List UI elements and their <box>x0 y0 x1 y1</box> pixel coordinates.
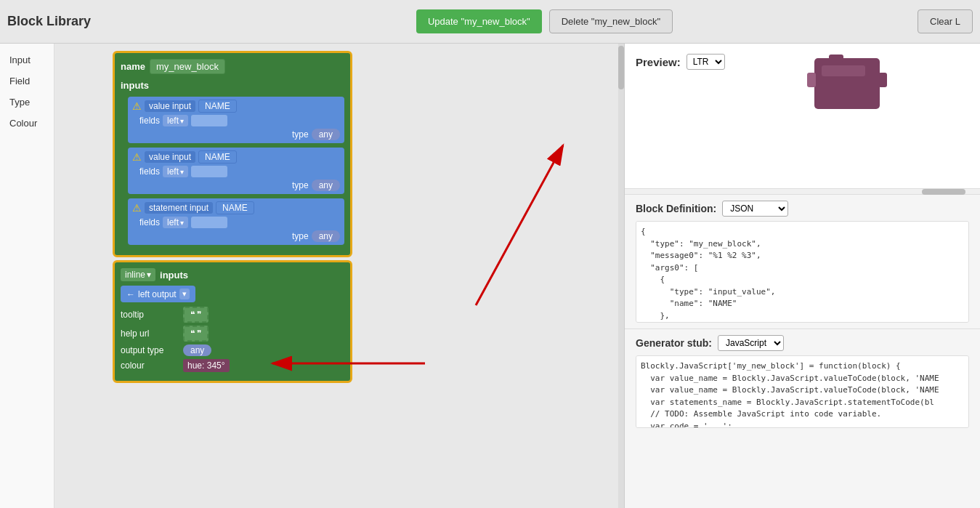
output-dropdown[interactable]: ▾ <box>179 289 190 299</box>
helpurl-value[interactable]: ❝ ❞ <box>183 326 208 342</box>
editor: name my_new_block inputs ⚠ value input N… <box>54 44 624 508</box>
type-label-3: type <box>292 231 309 241</box>
input-name-1[interactable]: NAME <box>198 100 237 113</box>
ltr-select[interactable]: LTR RTL <box>687 54 725 70</box>
block-def-label: Block Definition: JSON JavaScript <box>636 201 969 217</box>
generator-stub-text: Generator stub: <box>636 337 712 349</box>
inline-chevron: ▾ <box>147 270 151 280</box>
block-def-section: Block Definition: JSON JavaScript { "typ… <box>625 195 980 329</box>
svg-rect-5 <box>829 55 843 62</box>
chevron-icon-3: ▾ <box>180 219 184 227</box>
block-library-title: Block Library <box>7 14 109 29</box>
sidebar-item-colour[interactable]: Colour <box>4 114 50 132</box>
inputs-section: inputs ⚠ value input NAME fields left <box>121 80 344 245</box>
inline-label: inline <box>125 270 145 280</box>
outputtype-label: output type <box>121 345 179 355</box>
input-name-2[interactable]: NAME <box>198 150 237 164</box>
colour-box: hue: 345° <box>183 359 230 372</box>
type-row-2: type any <box>132 180 340 191</box>
svg-rect-8 <box>878 73 887 87</box>
svg-rect-7 <box>822 65 865 76</box>
preview-block-area <box>732 51 969 124</box>
hue-value[interactable]: 345° <box>207 360 225 371</box>
topbar-center: Update "my_new_block" Delete "my_new_blo… <box>116 9 973 33</box>
warning-icon-3: ⚠ <box>132 202 142 214</box>
name-row: name my_new_block <box>121 59 344 74</box>
tooltip-value[interactable]: ❝ ❞ <box>183 307 208 323</box>
hue-label: hue: <box>187 360 204 371</box>
type-row-1: type any <box>132 129 340 140</box>
input-row-1: ⚠ value input NAME <box>132 100 340 113</box>
name-value[interactable]: my_new_block <box>150 59 225 74</box>
fields-label-1: fields <box>139 116 160 126</box>
alignment-badge-3[interactable]: left ▾ <box>163 217 188 228</box>
alignment-badge-1[interactable]: left ▾ <box>163 115 188 126</box>
fields-row-2: fields left ▾ <box>139 166 340 177</box>
colour-label: colour <box>121 360 179 371</box>
clear-button[interactable]: Clear L <box>918 9 973 33</box>
inputs-label: inputs <box>121 80 344 91</box>
gen-language-select[interactable]: JavaScript <box>718 335 784 351</box>
hscroll-thumb[interactable] <box>922 189 965 195</box>
colour-row: colour hue: 345° <box>121 359 344 372</box>
sidebar-item-input[interactable]: Input <box>4 51 50 69</box>
input-block-2: ⚠ value input NAME fields left ▾ <box>128 148 344 194</box>
tooltip-label: tooltip <box>121 310 179 320</box>
block-def-code[interactable]: { "type": "my_new_block", "message0": "%… <box>636 221 969 323</box>
output-label: left output <box>138 289 177 299</box>
helpurl-row: help url ❝ ❞ <box>121 326 344 342</box>
fields-row-3: fields left ▾ <box>139 217 340 228</box>
any-badge-2[interactable]: any <box>312 180 340 191</box>
preview-label: Preview: <box>636 56 681 68</box>
type-row-3: type any <box>132 230 340 242</box>
type-label-2: type <box>292 180 309 190</box>
outputtype-value[interactable]: any <box>183 344 211 356</box>
right-panel: Preview: LTR RTL <box>624 44 980 508</box>
input-type-3: statement input <box>145 202 213 214</box>
field-empty-3 <box>191 217 227 228</box>
main: Input Field Type Colour name my_new_bloc… <box>0 44 980 508</box>
def-format-select[interactable]: JSON JavaScript <box>722 201 788 217</box>
topbar: Block Library Update "my_new_block" Dele… <box>0 0 980 44</box>
output-row[interactable]: ← left output ▾ <box>121 286 195 302</box>
alignment-label-1: left <box>167 116 179 126</box>
generator-stub-code[interactable]: Blockly.JavaScript['my_new_block'] = fun… <box>636 355 969 428</box>
update-button[interactable]: Update "my_new_block" <box>416 9 542 33</box>
input-name-3[interactable]: NAME <box>216 201 254 214</box>
field-empty-2 <box>191 166 227 177</box>
sidebar-item-field[interactable]: Field <box>4 72 50 90</box>
svg-rect-6 <box>807 73 816 87</box>
inline-badge[interactable]: inline ▾ <box>121 268 155 281</box>
fields-row-1: fields left ▾ <box>139 115 340 126</box>
outputtype-row: output type any <box>121 344 344 356</box>
block-bottom: inline ▾ inputs ← left output ▾ tooltip … <box>113 260 352 383</box>
fields-label-3: fields <box>139 217 160 227</box>
block-def-text: Block Definition: <box>636 203 716 214</box>
chevron-icon-2: ▾ <box>180 168 184 176</box>
block-canvas: name my_new_block inputs ⚠ value input N… <box>113 51 534 472</box>
alignment-label-2: left <box>167 166 179 177</box>
any-badge-1[interactable]: any <box>312 129 340 140</box>
inputs-label2: inputs <box>160 270 188 281</box>
any-badge-3[interactable]: any <box>312 230 340 242</box>
generator-section: Generator stub: JavaScript Blockly.JavaS… <box>625 329 980 434</box>
delete-button[interactable]: Delete "my_new_block" <box>549 9 673 33</box>
chevron-icon-1: ▾ <box>180 117 184 125</box>
preview-section: Preview: LTR RTL <box>625 44 980 189</box>
input-type-1: value input <box>145 100 195 112</box>
input-row-2: ⚠ value input NAME <box>132 150 340 164</box>
tooltip-row: tooltip ❝ ❞ <box>121 307 344 323</box>
input-row-3: ⚠ statement input NAME <box>132 201 340 214</box>
input-type-2: value input <box>145 151 195 163</box>
horizontal-scrollbar[interactable] <box>625 189 980 195</box>
sidebar-item-type[interactable]: Type <box>4 93 50 111</box>
alignment-badge-2[interactable]: left ▾ <box>163 166 188 177</box>
helpurl-label: help url <box>121 328 179 339</box>
editor-scrollbar[interactable] <box>618 44 624 508</box>
sidebar: Input Field Type Colour <box>0 44 54 508</box>
input-block-1: ⚠ value input NAME fields left ▾ <box>128 97 344 143</box>
scrollbar-thumb[interactable] <box>618 46 624 89</box>
block-main: name my_new_block inputs ⚠ value input N… <box>113 51 352 257</box>
inline-row: inline ▾ inputs <box>121 268 344 281</box>
field-empty-1 <box>191 115 227 126</box>
